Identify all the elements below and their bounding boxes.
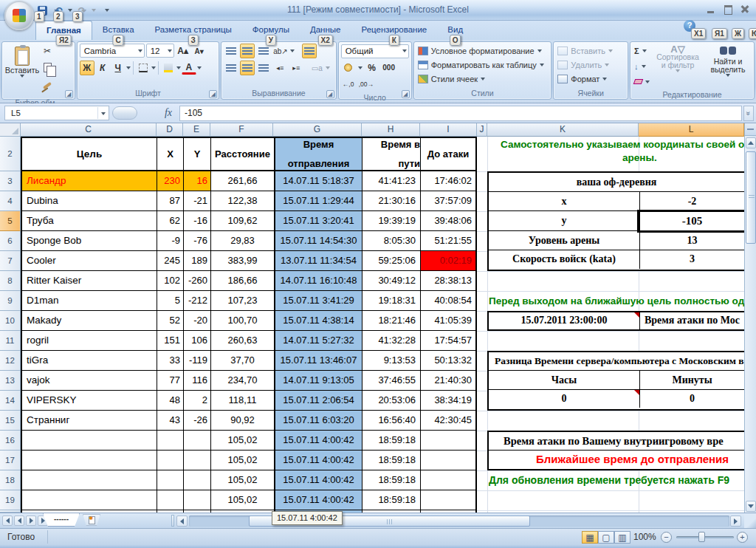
underline-button[interactable]: Ч — [111, 61, 126, 75]
row-header-3[interactable]: 3 — [0, 171, 21, 191]
cell-dep[interactable]: 15.07.11 6:03:20 — [274, 411, 362, 430]
cell-atk[interactable]: 50:13:32 — [421, 351, 475, 370]
wrap-text-button[interactable] — [302, 44, 317, 58]
undo-dropdown-icon[interactable] — [68, 9, 72, 12]
cell-atk[interactable]: 51:21:55 — [421, 231, 475, 250]
cell-dist[interactable]: 100,70 — [211, 311, 274, 330]
increase-decimal-button[interactable]: ←,0 — [341, 77, 356, 92]
minimize-button[interactable] — [706, 4, 716, 14]
village-title[interactable]: ваша оф-деревня — [489, 173, 744, 191]
cell-atk[interactable]: 42:30:45 — [421, 411, 475, 430]
row-header-12[interactable]: 12 — [0, 351, 21, 371]
cell-atk[interactable]: 39:48:06 — [421, 211, 475, 230]
cell-dep[interactable]: 15.07.11 14:54:30 — [274, 231, 362, 250]
restore-button[interactable] — [723, 4, 733, 14]
font-dialog-launcher[interactable]: ◢ — [209, 90, 217, 98]
cell-name[interactable]: vajok — [22, 371, 157, 390]
cell-name[interactable] — [22, 490, 157, 510]
ingame-label-cell[interactable]: Время атаки по Вашему внутриигровому вре — [489, 432, 744, 450]
cell-dist[interactable]: 105,02 — [211, 470, 274, 490]
cell-name[interactable]: Странниг — [22, 411, 157, 430]
zoom-out-button[interactable]: − — [661, 532, 672, 543]
cell-name[interactable] — [22, 431, 157, 450]
insert-function-button[interactable]: fx — [159, 106, 178, 120]
cell-name[interactable]: Ritter Kaiser — [22, 271, 157, 290]
cell-y[interactable]: -212 — [184, 291, 211, 310]
cell-name[interactable]: Труба — [22, 211, 157, 230]
increase-indent-button[interactable]: ▸≡ — [289, 61, 303, 75]
cell-trav[interactable]: 18:59:18 — [362, 451, 421, 470]
scroll-left-button[interactable] — [176, 516, 188, 527]
cell-atk[interactable]: 37:57:09 — [421, 191, 475, 210]
fill-color-dropdown-icon[interactable] — [176, 66, 181, 69]
prev-sheet-button[interactable] — [14, 516, 24, 526]
redo-dropdown-icon[interactable] — [92, 9, 96, 12]
tab-split-handle[interactable] — [171, 515, 174, 527]
cell-trav[interactable]: 19:18:31 — [362, 291, 421, 310]
cell-y[interactable] — [184, 470, 211, 490]
cell-x[interactable]: 245 — [157, 251, 184, 270]
merge-dropdown-icon[interactable] — [326, 66, 330, 69]
name-box[interactable]: L5 — [4, 106, 109, 120]
cell-dep[interactable]: 15.07.11 4:38:14 — [274, 311, 362, 330]
delete-cells-button[interactable]: Удалить — [556, 58, 625, 72]
zoom-slider-thumb[interactable] — [698, 532, 705, 542]
cell-x[interactable]: 102 — [157, 271, 184, 290]
cell-dist[interactable]: 109,62 — [211, 211, 274, 230]
cell-atk[interactable]: 0:02:19 — [421, 251, 475, 270]
row-header-4[interactable]: 4 — [0, 191, 21, 211]
format-as-table-button[interactable]: Форматировать как таблицу — [416, 58, 549, 72]
cell-trav[interactable]: 21:30:16 — [362, 191, 421, 210]
cell-dep[interactable]: 15.07.11 3:41:29 — [274, 291, 362, 310]
header-departure[interactable]: Время отправления — [274, 138, 362, 170]
underline-dropdown-icon[interactable] — [126, 66, 131, 69]
expand-formula-bar-button[interactable]: » — [743, 106, 754, 121]
autosum-button[interactable]: Σ — [633, 44, 651, 58]
vertical-scrollbar[interactable] — [744, 123, 756, 513]
cell-dist[interactable]: 105,02 — [211, 490, 274, 510]
header-to-attack[interactable]: До атаки — [421, 138, 475, 170]
cell-dep[interactable]: 15.07.11 2:06:54 — [274, 391, 362, 410]
arena-label-cell[interactable]: Уровень арены — [489, 231, 640, 250]
cell-dep[interactable]: 14.07.11 5:18:37 — [274, 171, 362, 191]
alignment-dialog-launcher[interactable]: ◢ — [326, 90, 334, 98]
copy-button[interactable] — [40, 60, 55, 75]
cell-y[interactable]: -76 — [184, 231, 211, 250]
cell-dist[interactable]: 90,92 — [211, 411, 274, 430]
cell-styles-button[interactable]: Стили ячеек — [416, 72, 549, 86]
cell-x[interactable]: 5 — [157, 291, 184, 310]
vertical-scroll-thumb[interactable] — [746, 151, 756, 244]
page-layout-view-button[interactable]: ▢ — [598, 531, 614, 544]
cell-atk[interactable] — [421, 431, 475, 450]
tab-data[interactable]: ДанныеХ2 — [300, 21, 351, 40]
row-header-8[interactable]: 8 — [0, 271, 21, 291]
merge-center-button[interactable]: ▭a — [309, 61, 324, 75]
cell-y[interactable] — [184, 490, 211, 510]
cell-trav[interactable]: 18:59:18 — [362, 510, 421, 513]
clipboard-dialog-launcher[interactable]: ◢ — [65, 90, 73, 98]
cell-y[interactable]: -20 — [184, 311, 211, 330]
hours-value-cell[interactable]: 0 — [489, 390, 640, 408]
cell-x[interactable] — [157, 470, 184, 490]
clear-button[interactable] — [633, 75, 651, 89]
decrease-indent-button[interactable]: ◂≡ — [272, 61, 287, 75]
cell-name[interactable]: Лисандр — [22, 171, 157, 191]
cell-x[interactable] — [157, 510, 184, 513]
cell-y[interactable]: 106 — [184, 331, 211, 350]
font-color-dropdown-icon[interactable] — [197, 66, 202, 69]
format-cells-button[interactable]: Формат — [556, 72, 625, 86]
cell-dep[interactable]: 15.07.11 4:00:42 — [274, 470, 362, 490]
row-header-16[interactable]: 16 — [0, 431, 21, 451]
scroll-down-button[interactable] — [746, 501, 756, 512]
decrease-decimal-button[interactable]: ,00→ — [358, 77, 374, 92]
align-middle-button[interactable] — [240, 44, 255, 58]
zoom-slider-track[interactable] — [676, 536, 734, 538]
orientation-button[interactable]: ab↗ — [272, 44, 289, 58]
cell-atk[interactable]: 38:34:19 — [421, 391, 475, 410]
cell-dep[interactable]: 14.07.11 5:27:32 — [274, 331, 362, 350]
cell-trav[interactable]: 18:59:18 — [362, 431, 421, 450]
cell-atk[interactable] — [421, 470, 475, 490]
row-header-13[interactable]: 13 — [0, 371, 21, 391]
normal-view-button[interactable]: ▦ — [582, 531, 598, 544]
cell-dist[interactable]: 383,99 — [211, 251, 274, 270]
